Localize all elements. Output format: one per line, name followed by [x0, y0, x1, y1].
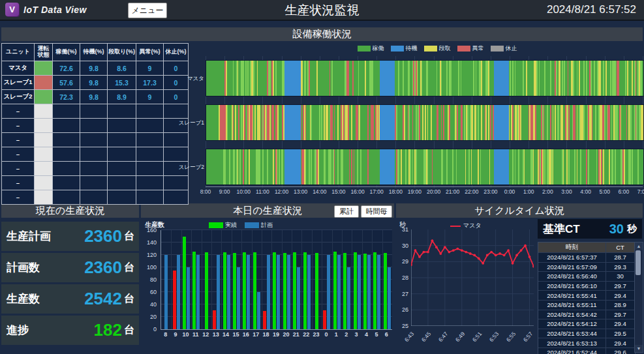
value-cell [80, 162, 108, 176]
run-status-cell [35, 76, 53, 90]
bar-group [362, 230, 372, 329]
ct-value-cell: 28.7 [606, 253, 634, 262]
cycle-time-section-title: サイクルタイム状況 [396, 203, 643, 218]
data-point-marker [439, 252, 442, 255]
legend-label: 休止 [506, 44, 517, 53]
x-tick-label: 6:53 [488, 331, 500, 343]
bar-chart-legend: 実績計画 [209, 221, 273, 229]
scroll-up-icon[interactable]: ▲ [635, 243, 643, 250]
cycle-time-row: 2024/8/21 6:55:1128.9 [538, 300, 635, 310]
data-point-marker [507, 249, 510, 252]
scrollbar-thumb[interactable] [636, 250, 641, 275]
unit-name-cell: – [2, 176, 35, 190]
value-cell [164, 147, 189, 162]
legend-item: 稼働 [358, 44, 384, 53]
y-tick-label: 25 [402, 323, 408, 329]
column-header: 待機(%) [80, 44, 108, 61]
value-cell [80, 119, 108, 133]
x-tick-label: 14 [222, 331, 229, 338]
actual-bar [373, 252, 376, 329]
time-axis-label: 21:00 [446, 188, 459, 195]
ct-value-cell: 29.6 [606, 348, 634, 354]
bar-group [232, 230, 241, 329]
data-point-marker [490, 251, 493, 254]
cumulative-button[interactable]: 累計 [334, 205, 359, 218]
plan-bar [388, 267, 391, 329]
table-row: スレーブ157.69.815.317.30 [2, 76, 189, 90]
scroll-down-icon[interactable]: ▼ [635, 345, 643, 352]
time-axis-label: 7:00 [637, 188, 644, 195]
metric-unit: 台 [124, 229, 134, 243]
production-bar-chart [161, 230, 392, 330]
time-axis-label: 4:00 [580, 188, 591, 195]
value-cell [136, 147, 164, 162]
cycle-time-row: 2024/8/21 6:54:4229.7 [538, 310, 635, 319]
legend-item: 段取 [424, 44, 451, 53]
x-tick-label: 12 [202, 331, 209, 338]
actual-bar [283, 253, 286, 329]
hourly-button[interactable]: 時間毎 [361, 205, 392, 218]
bar-group [252, 230, 262, 329]
value-cell [53, 190, 80, 205]
column-header: 異常(%) [136, 44, 164, 61]
data-point-marker [478, 258, 480, 260]
value-cell [136, 104, 164, 119]
cycle-time-row: 2024/8/21 6:57:0929.3 [538, 262, 635, 272]
legend-chip [209, 222, 223, 228]
x-tick-label: 10 [182, 331, 189, 338]
x-tick-label: 6:43 [403, 331, 415, 343]
value-cell [164, 176, 189, 190]
unit-name-cell: マスタ [2, 61, 35, 76]
cycle-time-row: 2024/8/21 6:56:1029.7 [538, 281, 635, 291]
machine-label: スレーブ2 [179, 164, 204, 171]
metric-label: 進捗 [7, 323, 29, 338]
data-point-marker [414, 249, 417, 252]
actual-bar [233, 253, 236, 329]
plan-bar [237, 267, 240, 329]
actual-bar [363, 254, 367, 329]
value-cell [164, 190, 189, 205]
current-datetime: 2024/8/21 6:57:52 [547, 3, 636, 16]
x-tick-label: 2 [345, 331, 348, 338]
time-cell: 2024/8/21 6:52:44 [538, 348, 606, 354]
value-cell [53, 162, 80, 176]
ct-column-header: CT [606, 243, 634, 252]
data-point-marker [452, 249, 455, 252]
data-point-marker [473, 254, 476, 257]
value-cell: 72.6 [53, 61, 80, 76]
x-tick-label: 5 [375, 331, 378, 338]
bar-group [382, 230, 392, 329]
run-status-cell [35, 119, 53, 133]
value-cell [80, 190, 108, 205]
cycle-time-table-scrollbar[interactable]: ▲ ▼ [634, 242, 643, 353]
data-point-marker [486, 254, 489, 257]
value-cell [53, 176, 80, 190]
data-point-marker [529, 256, 531, 258]
bar-group [322, 230, 331, 329]
cycle-time-row: 2024/8/21 6:57:3728.7 [538, 252, 635, 262]
value-cell: 0 [164, 90, 189, 104]
time-axis-label: 8:00 [200, 188, 211, 195]
value-cell [108, 190, 136, 205]
value-cell: 8.9 [108, 90, 136, 104]
actual-bar [323, 310, 326, 329]
data-point-marker [503, 254, 506, 257]
time-axis-label: 19:00 [408, 188, 422, 195]
value-cell [108, 133, 136, 147]
cycle-time-row: 2024/8/21 6:52:4429.6 [538, 347, 635, 354]
value-cell [164, 133, 189, 147]
operation-timeline-chart [206, 56, 643, 188]
x-tick-label: 23 [313, 331, 320, 338]
production-metric-card: 生産数2542台 [1, 284, 139, 314]
time-cell: 2024/8/21 6:55:41 [538, 291, 606, 300]
ct-value-cell: 28.9 [606, 301, 634, 310]
time-cell: 2024/8/21 6:53:44 [538, 329, 606, 338]
run-status-cell [35, 104, 53, 119]
column-header: 段取り(%) [108, 44, 136, 61]
legend-label: 計画 [261, 221, 273, 229]
time-cell: 2024/8/21 6:57:09 [538, 263, 606, 272]
bar-group [262, 230, 271, 329]
plan-bar [367, 255, 371, 329]
legend-chip [358, 46, 371, 52]
actual-bar [303, 252, 307, 329]
